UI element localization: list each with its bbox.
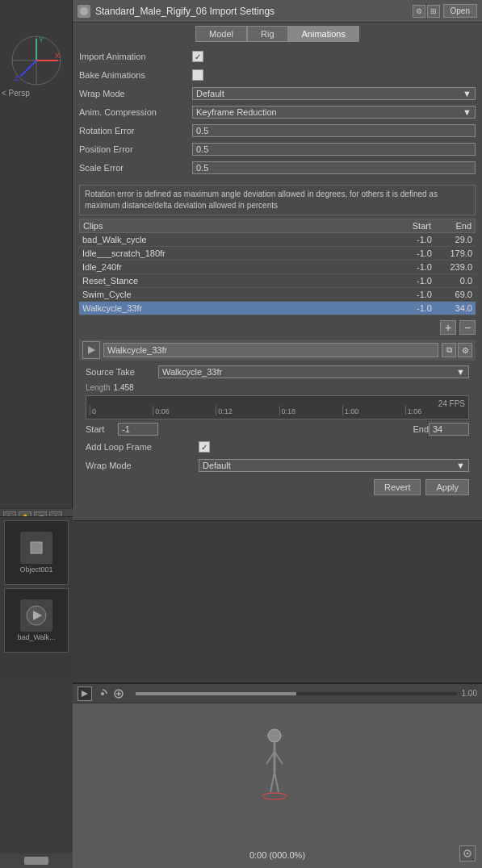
scroll-thumb[interactable] xyxy=(24,857,48,865)
wrap-mode-select[interactable]: Default ▼ xyxy=(192,87,476,100)
position-error-input[interactable]: 0.5 xyxy=(192,143,476,156)
bottom-buttons: Revert Apply xyxy=(79,476,476,499)
timeline-area[interactable]: 24 FPS 00:060:120:181:001:06 xyxy=(86,395,469,419)
preview-area: 1.00 0:00 (000.0 xyxy=(73,682,482,868)
settings-area: Import Animation Bake Animations Wrap Mo… xyxy=(73,45,482,182)
rotation-error-row: Rotation Error 0.5 xyxy=(79,123,476,139)
clip-detail-icons: ⧉ ⚙ xyxy=(442,343,472,357)
clip-row-3[interactable]: Reset_Stance -1.0 0.0 xyxy=(79,274,476,288)
preview-play-btn[interactable] xyxy=(78,686,92,701)
preview-timeline-slider[interactable] xyxy=(136,692,457,695)
start-input[interactable]: -1 xyxy=(118,423,158,436)
preview-canvas: 0:00 (000.0%) xyxy=(73,703,482,868)
clips-col-end: End xyxy=(431,221,472,231)
position-error-row: Position Error 0.5 xyxy=(79,141,476,157)
clip-wrap-mode-label: Wrap Mode xyxy=(86,461,199,470)
axis-widget: Y X Z xyxy=(8,32,65,89)
wrap-mode-label: Wrap Mode xyxy=(79,89,192,98)
remove-clip-btn[interactable]: − xyxy=(459,320,476,335)
main-content: Standard_Male_Rigify_06 Import Settings … xyxy=(73,0,482,521)
clip-row-5[interactable]: Walkcycle_33fr -1.0 34.0 xyxy=(79,302,476,315)
object001-label: Object001 xyxy=(19,565,52,574)
bottom-scrollbar[interactable] xyxy=(0,853,73,868)
svg-point-20 xyxy=(268,729,281,742)
bake-animations-label: Bake Animations xyxy=(79,70,192,80)
anchor-icon xyxy=(97,688,108,699)
tab-animations[interactable]: Animations xyxy=(288,26,359,42)
clip-row-1[interactable]: Idle___scratch_180fr -1.0 179.0 xyxy=(79,247,476,261)
left-panel: Y X Z < Persp xyxy=(0,0,73,524)
clip-row-0[interactable]: bad_Walk_cycle -1.0 29.0 xyxy=(79,233,476,247)
clip-wrap-mode-select[interactable]: Default ▼ xyxy=(199,459,469,472)
svg-rect-9 xyxy=(31,542,42,553)
revert-button[interactable]: Revert xyxy=(374,479,421,495)
length-label: Length xyxy=(86,383,111,392)
rotation-error-label: Rotation Error xyxy=(79,126,192,136)
add-clip-btn[interactable]: + xyxy=(440,320,456,335)
preview-toolbar: 1.00 xyxy=(73,684,482,703)
clips-header: Clips Start End xyxy=(79,219,476,233)
bad-walk-icon xyxy=(20,599,52,632)
svg-text:Y: Y xyxy=(39,35,44,44)
svg-point-12 xyxy=(80,7,88,15)
scale-error-row: Scale Error 0.5 xyxy=(79,160,476,176)
wrap-mode-row: Wrap Mode Default ▼ xyxy=(79,86,476,102)
expand-icon-btn[interactable]: ⊞ xyxy=(427,5,440,18)
preview-timecode: 0:00 (000.0%) xyxy=(249,850,305,860)
svg-marker-13 xyxy=(88,346,95,354)
bake-animations-checkbox[interactable] xyxy=(192,69,203,81)
anim-compression-select[interactable]: Keyframe Reduction ▼ xyxy=(192,106,476,119)
clip-play-btn[interactable] xyxy=(82,341,100,359)
thumbnail-object001[interactable]: Object001 xyxy=(4,520,69,585)
settings2-icon xyxy=(113,688,124,699)
preview-settings-btn[interactable] xyxy=(459,845,476,862)
clip-detail: Walkcycle_33fr ⧉ ⚙ Source Take Walkcycle… xyxy=(79,340,476,499)
tabs-row: Model Rig Animations xyxy=(73,23,482,45)
position-error-label: Position Error xyxy=(79,144,192,154)
import-animation-checkbox[interactable] xyxy=(192,51,203,62)
end-input[interactable]: 34 xyxy=(429,423,469,436)
thumbnail-bad-walk[interactable]: bad_Walk... xyxy=(4,588,69,653)
clip-wrap-mode-row: Wrap Mode Default ▼ xyxy=(79,457,476,474)
tab-rig[interactable]: Rig xyxy=(247,26,288,42)
rotation-error-input[interactable]: 0.5 xyxy=(192,124,476,137)
import-icon xyxy=(78,5,90,18)
end-label: End xyxy=(404,424,429,434)
clip-copy-icon[interactable]: ⧉ xyxy=(442,343,456,357)
bad-walk-label: bad_Walk... xyxy=(17,633,55,641)
scale-error-label: Scale Error xyxy=(79,163,192,173)
error-message-box: Rotation error is defined as maximum ang… xyxy=(79,185,476,215)
window-title: Standard_Male_Rigify_06 Import Settings xyxy=(95,6,411,17)
clip-name-input[interactable]: Walkcycle_33fr xyxy=(103,343,438,357)
clip-row-2[interactable]: Idle_240fr -1.0 239.0 xyxy=(79,261,476,274)
anim-compression-row: Anim. Compression Keyframe Reduction ▼ xyxy=(79,104,476,120)
source-take-label: Source Take xyxy=(86,367,158,377)
source-take-select[interactable]: Walkcycle_33fr ▼ xyxy=(158,365,469,378)
add-loop-frame-label: Add Loop Frame xyxy=(86,442,199,452)
source-take-row: Source Take Walkcycle_33fr ▼ xyxy=(79,364,476,380)
open-button[interactable]: Open xyxy=(443,4,477,18)
start-label: Start xyxy=(86,424,118,434)
svg-point-15 xyxy=(101,692,104,695)
svg-text:X: X xyxy=(55,52,60,60)
preview-grid xyxy=(73,703,482,868)
svg-point-28 xyxy=(467,853,469,855)
preview-time-display: 1.00 xyxy=(462,689,477,698)
length-value: 1.458 xyxy=(114,383,134,392)
svg-marker-14 xyxy=(82,691,88,697)
error-message-text: Rotation error is defined as maximum ang… xyxy=(85,190,438,210)
anim-compression-label: Anim. Compression xyxy=(79,107,192,117)
clip-settings-icon[interactable]: ⚙ xyxy=(458,343,472,357)
apply-button[interactable]: Apply xyxy=(425,479,469,495)
object001-icon xyxy=(20,532,52,564)
import-animation-label: Import Animation xyxy=(79,52,192,61)
clip-row-4[interactable]: Swim_Cycle -1.0 69.0 xyxy=(79,288,476,302)
thumbnail-panel: Object001 bad_Walk... xyxy=(0,516,73,678)
tab-model[interactable]: Model xyxy=(195,26,247,42)
clip-detail-header: Walkcycle_33fr ⧉ ⚙ xyxy=(79,340,476,361)
settings-icon-btn[interactable]: ⚙ xyxy=(413,5,425,18)
add-loop-frame-checkbox[interactable] xyxy=(199,441,210,453)
scale-error-input[interactable]: 0.5 xyxy=(192,161,476,174)
start-end-row: Start -1 End 34 xyxy=(79,419,476,439)
fps-display: 24 FPS xyxy=(438,399,465,408)
